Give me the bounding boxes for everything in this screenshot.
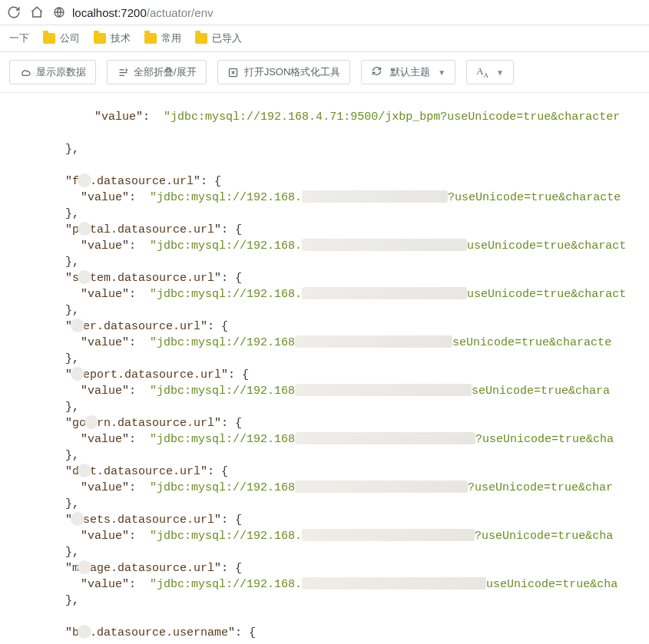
json-line: }, bbox=[0, 254, 649, 270]
chevron-down-icon: ▼ bbox=[496, 68, 504, 77]
globe-icon bbox=[52, 5, 66, 19]
bookmark-item[interactable]: 已导入 bbox=[195, 31, 242, 45]
json-line: "stem.datasource.url": { bbox=[0, 270, 649, 286]
collapse-icon bbox=[117, 66, 129, 78]
redacted-blur bbox=[71, 367, 84, 381]
json-line: "value": "jdbc:mysql://192.168seUnicode=… bbox=[0, 335, 649, 351]
json-content[interactable]: "value": "jdbc:mysql://192.168.4.71:9500… bbox=[0, 93, 649, 644]
home-icon[interactable] bbox=[29, 5, 45, 20]
redacted-blur bbox=[295, 335, 452, 348]
json-line: "value": "jdbc:mysql://192.168.useUnicod… bbox=[0, 286, 649, 302]
json-line: }, bbox=[0, 302, 649, 319]
redacted-blur bbox=[302, 577, 486, 590]
bookmarks-bar: 一下 公司 技术 常用 已导入 bbox=[0, 25, 649, 52]
json-line: "eport.datasource.url": { bbox=[0, 367, 649, 383]
json-line: }, bbox=[0, 206, 649, 222]
redacted-blur bbox=[302, 190, 448, 203]
folder-icon bbox=[144, 33, 157, 44]
folder-icon bbox=[94, 33, 106, 44]
redacted-blur bbox=[302, 287, 467, 299]
redacted-blur bbox=[302, 239, 467, 251]
json-line: "gorn.datasource.url": { bbox=[0, 415, 649, 431]
cloud-icon bbox=[19, 66, 31, 78]
bookmark-item[interactable]: 技术 bbox=[94, 31, 131, 45]
json-line: }, bbox=[0, 593, 649, 609]
json-line: "ptal.datasource.url": { bbox=[0, 222, 649, 238]
show-raw-button[interactable]: 显示原数据 bbox=[9, 60, 96, 84]
open-json-formatter-button[interactable]: 打开JSON格式化工具 bbox=[217, 60, 351, 84]
url-path: /actuator/env bbox=[147, 6, 214, 19]
json-line: "dt.datasource.url": { bbox=[0, 464, 649, 480]
json-line: "value": "jdbc:mysql://192.168.?useUnico… bbox=[0, 528, 649, 544]
reload-icon[interactable] bbox=[6, 5, 22, 20]
json-line: }, bbox=[0, 141, 649, 157]
redacted-blur bbox=[78, 560, 91, 574]
redacted-blur bbox=[78, 173, 91, 187]
theme-select[interactable]: 默认主题 ▼ bbox=[361, 60, 455, 84]
json-toolbar: 显示原数据 全部折叠/展开 打开JSON格式化工具 默认主题 ▼ AA ▼ bbox=[0, 52, 649, 93]
url-bar[interactable]: localhost:7200/actuator/env bbox=[52, 5, 643, 19]
url-host: localhost:7200 bbox=[72, 6, 147, 19]
redacted-blur bbox=[295, 481, 468, 493]
collapse-expand-button[interactable]: 全部折叠/展开 bbox=[107, 60, 207, 84]
redacted-blur bbox=[71, 319, 84, 332]
json-line: }, bbox=[0, 399, 649, 415]
json-line: "value": "jdbc:mysql://192.168.useUnicod… bbox=[0, 238, 649, 254]
refresh-icon bbox=[371, 65, 382, 79]
redacted-blur bbox=[78, 222, 91, 236]
redacted-blur bbox=[71, 512, 84, 526]
redacted-blur bbox=[78, 270, 91, 284]
json-line: "sets.datasource.url": { bbox=[0, 512, 649, 528]
redacted-blur bbox=[78, 625, 91, 639]
json-line: "value": "jdbc:mysql://192.168.useUnicod… bbox=[0, 576, 649, 593]
chevron-down-icon: ▼ bbox=[438, 68, 445, 77]
json-line: }, bbox=[0, 351, 649, 367]
redacted-blur bbox=[78, 464, 91, 477]
folder-icon bbox=[195, 33, 207, 44]
external-icon bbox=[227, 66, 240, 78]
json-line: "value": "jdbc:mysql://192.168?useUnicod… bbox=[0, 431, 649, 447]
json-line: "er.datasource.url": { bbox=[0, 319, 649, 335]
font-size-select[interactable]: AA ▼ bbox=[466, 60, 514, 84]
redacted-blur bbox=[302, 529, 475, 541]
json-line: "value": "jdbc:mysql://192.168seUnicode=… bbox=[0, 383, 649, 399]
json-line: }, bbox=[0, 496, 649, 512]
bookmark-item[interactable]: 常用 bbox=[144, 31, 181, 45]
json-line: }, bbox=[0, 544, 649, 560]
json-line: "mage.datasource.url": { bbox=[0, 560, 649, 576]
json-line: }, bbox=[0, 447, 649, 464]
json-line: "value": "jdbc:mysql://192.168.4.71:9500… bbox=[0, 109, 649, 125]
quick-label[interactable]: 一下 bbox=[9, 31, 29, 45]
browser-nav-bar: localhost:7200/actuator/env bbox=[0, 0, 649, 25]
redacted-blur bbox=[295, 384, 472, 396]
folder-icon bbox=[43, 33, 55, 44]
bookmark-item[interactable]: 公司 bbox=[43, 31, 80, 45]
json-line: "value": "jdbc:mysql://192.168?useUnicod… bbox=[0, 480, 649, 496]
redacted-blur bbox=[84, 415, 98, 429]
json-line: "b.datasource.username": { bbox=[0, 625, 649, 641]
json-line: "value": "jdbc:mysql://192.168.?useUnico… bbox=[0, 190, 649, 206]
font-size-label: AA bbox=[476, 65, 488, 79]
redacted-blur bbox=[295, 432, 475, 444]
json-line: "f.datasource.url": { bbox=[0, 173, 649, 190]
